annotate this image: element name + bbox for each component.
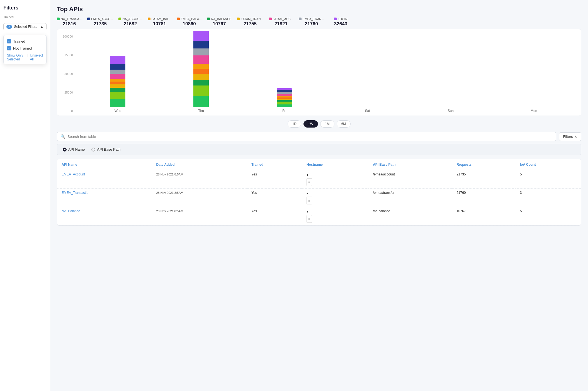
api-name-link[interactable]: EMEA_Account xyxy=(62,172,147,176)
legend-value: 10860 xyxy=(183,21,196,27)
chart-legend: NA_TRANSA... 21816 EMEA_ACCO... 21735 NA… xyxy=(57,17,581,27)
filter-dropdown-label: 2 Selected Filters xyxy=(6,25,37,29)
sidebar-title: Filters xyxy=(3,5,47,11)
filter-dropdown-panel: Trained Not Trained Show Only Selected |… xyxy=(3,35,47,64)
bar-group-fri xyxy=(243,88,326,107)
radio-circle xyxy=(91,148,95,151)
legend-value: 21816 xyxy=(63,21,76,27)
legend-value: 21682 xyxy=(124,21,137,27)
cell-requests: 21735 xyxy=(452,170,516,189)
legend-api-name: NA_TRANSA... xyxy=(61,17,82,21)
unselect-all-link[interactable]: Unselect All xyxy=(30,53,43,61)
radio-label: API Base Path xyxy=(97,147,121,151)
bar-segment xyxy=(193,69,209,74)
radio-api-name[interactable]: API Name xyxy=(63,147,85,151)
bar-segment xyxy=(277,92,292,94)
cell-requests: 10767 xyxy=(452,207,516,225)
cell-api-base-path: /emea/transfer xyxy=(368,189,452,207)
x-label-thu: Thu xyxy=(159,109,243,113)
chart-area: 1000007500050000250000 WedThuFriSatSunMo… xyxy=(63,35,575,113)
stacked-bar xyxy=(110,56,125,107)
cell-ioa-count: 5 xyxy=(516,170,581,189)
bar-segment xyxy=(193,64,209,69)
time-btn-1m[interactable]: 1M xyxy=(320,120,334,128)
cell-trained: Yes xyxy=(247,170,302,189)
radio-label: API Name xyxy=(68,147,85,151)
th-trained[interactable]: Trained xyxy=(247,159,302,170)
filter-section-label: Trained xyxy=(3,15,47,19)
bar-segment xyxy=(193,80,209,85)
time-btn-1d[interactable]: 1D xyxy=(288,120,301,128)
legend-item-7: LATAM_ACC... 21821 xyxy=(269,17,293,27)
filter-item-trained[interactable]: Trained xyxy=(7,38,43,45)
y-axis-label: 0 xyxy=(71,109,73,113)
filter-label-not-trained: Not Trained xyxy=(13,46,32,50)
th-requests[interactable]: Requests xyxy=(452,159,516,170)
bar-segment xyxy=(277,102,292,104)
filter-separator: | xyxy=(27,53,28,61)
legend-label: LATAM_ACC... xyxy=(269,17,293,21)
filter-checkbox-not-trained[interactable] xyxy=(7,46,11,50)
th-ioa-count[interactable]: IoA Count xyxy=(516,159,581,170)
legend-value: 21821 xyxy=(274,21,288,27)
api-table-wrapper: API NameDate AddedTrainedHostnameAPI Bas… xyxy=(57,159,581,226)
cell-api-base-path: /emea/account xyxy=(368,170,452,189)
bars-row xyxy=(76,31,575,107)
legend-item-9: LOGIN 32643 xyxy=(329,17,352,27)
cell-api-base-path: /na/balance xyxy=(368,207,452,225)
search-input[interactable] xyxy=(67,135,553,139)
table-row: EMEA_Account 28 Nov 2021,8:5AM Yes • ▦ /… xyxy=(57,170,581,189)
th-hostname[interactable]: Hostname xyxy=(302,159,368,170)
legend-label: EMEA_TRAN... xyxy=(299,17,324,21)
radio-api-base-path[interactable]: API Base Path xyxy=(91,147,121,151)
bar-segment xyxy=(193,55,209,64)
legend-item-6: LATAM_TRAN... 21755 xyxy=(237,17,263,27)
legend-item-0: NA_TRANSA... 21816 xyxy=(57,17,82,27)
legend-api-name: LOGIN xyxy=(338,17,347,21)
bar-group-thu xyxy=(159,31,243,107)
cell-api-name: NA_Balance xyxy=(57,207,152,225)
chevron-up-icon: ∧ xyxy=(574,135,577,139)
bar-segment xyxy=(110,70,125,74)
api-name-link[interactable]: NA_Balance xyxy=(62,209,147,213)
legend-item-2: NA_ACCOU... 21682 xyxy=(118,17,142,27)
y-axis-label: 100000 xyxy=(63,35,73,38)
search-icon: 🔍 xyxy=(60,134,65,139)
api-table: API NameDate AddedTrainedHostnameAPI Bas… xyxy=(57,159,581,225)
legend-dot xyxy=(269,18,272,20)
bar-segment xyxy=(110,74,125,79)
filter-actions: Show Only Selected | Unselect All xyxy=(7,53,43,61)
legend-dot xyxy=(237,18,240,20)
hostname-dot: • xyxy=(307,191,364,197)
main-content: Top APIs NA_TRANSA... 21816 EMEA_ACCO...… xyxy=(50,0,588,391)
time-btn-6m[interactable]: 6M xyxy=(337,120,351,128)
x-label-fri: Fri xyxy=(243,109,326,113)
legend-api-name: LATAM_BAL... xyxy=(152,17,171,21)
hostname-dot: • xyxy=(307,209,364,215)
bar-segment xyxy=(193,96,209,107)
bar-segment xyxy=(193,74,209,80)
stacked-bar xyxy=(277,88,292,107)
legend-api-name: EMEA_BALA... xyxy=(181,17,202,21)
y-axis-label: 50000 xyxy=(64,72,73,75)
th-api-name[interactable]: API Name xyxy=(57,159,152,170)
filter-dropdown-button[interactable]: 2 Selected Filters ▲ xyxy=(3,23,47,30)
chevron-up-icon: ▲ xyxy=(40,25,43,29)
cell-hostname: • ▦ xyxy=(302,189,368,207)
table-row: EMEA_Transactio 28 Nov 2021,8:5AM Yes • … xyxy=(57,189,581,207)
legend-dot xyxy=(334,18,337,20)
th-api-base-path[interactable]: API Base Path xyxy=(368,159,452,170)
table-row: NA_Balance 28 Nov 2021,8:5AM Yes • ▦ /na… xyxy=(57,207,581,225)
radio-row: API Name API Base Path xyxy=(57,144,581,155)
legend-api-name: NA_BALANCE xyxy=(211,17,231,21)
bar-segment xyxy=(110,99,125,107)
api-name-link[interactable]: EMEA_Transactio xyxy=(62,191,147,195)
filter-checkbox-trained[interactable] xyxy=(7,39,11,43)
legend-value: 21755 xyxy=(244,21,257,27)
time-btn-1w[interactable]: 1W xyxy=(303,120,318,128)
legend-item-1: EMEA_ACCO... 21735 xyxy=(87,17,113,27)
filter-item-not-trained[interactable]: Not Trained xyxy=(7,45,43,52)
th-date-added[interactable]: Date Added xyxy=(152,159,247,170)
table-filters-button[interactable]: Filters ∧ xyxy=(559,132,581,141)
show-only-selected-link[interactable]: Show Only Selected xyxy=(7,53,26,61)
